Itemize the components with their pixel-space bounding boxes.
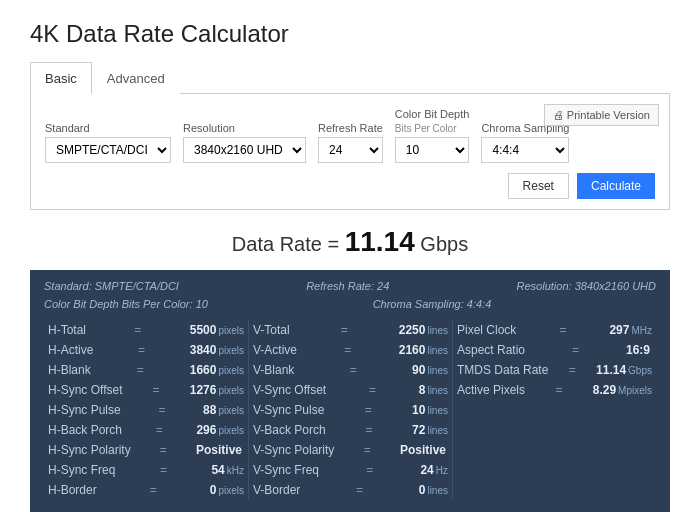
result-unit: Mpixels: [618, 385, 652, 396]
result-label: H-Sync Polarity: [48, 443, 131, 457]
result-label: H-Total: [48, 323, 86, 337]
result-value: 54: [211, 463, 224, 477]
result-unit: MHz: [631, 325, 652, 336]
result-value: Positive: [400, 443, 446, 457]
result-eq: =: [160, 443, 167, 457]
result-unit: lines: [427, 325, 448, 336]
result-unit: lines: [427, 385, 448, 396]
result-unit: lines: [427, 485, 448, 496]
result-value: 24: [420, 463, 433, 477]
printable-version-button[interactable]: 🖨 Printable Version: [544, 104, 659, 126]
result-row: H-Sync Offset=1276pixels: [48, 380, 244, 400]
result-eq: =: [156, 423, 163, 437]
color-bit-depth-sublabel: Bits Per Color: [395, 123, 470, 134]
tab-advanced[interactable]: Advanced: [92, 62, 180, 94]
result-row: V-Sync Polarity=Positive: [253, 440, 448, 460]
standard-label: Standard: [45, 122, 171, 134]
result-value: 1660: [190, 363, 217, 377]
result-row: V-Blank=90lines: [253, 360, 448, 380]
result-eq: =: [137, 363, 144, 377]
result-value: 296: [196, 423, 216, 437]
result-row: H-Border=0pixels: [48, 480, 244, 500]
resolution-select[interactable]: 3840x2160 UHD: [183, 137, 306, 163]
result-unit: pixels: [218, 485, 244, 496]
result-value: 0: [419, 483, 426, 497]
header-chroma: Chroma Sampling: 4:4:4: [373, 298, 492, 310]
v-timings-col: V-Total=2250linesV-Active=2160linesV-Bla…: [248, 320, 452, 500]
result-row: TMDS Data Rate=11.14Gbps: [457, 360, 652, 380]
result-row: V-Back Porch=72lines: [253, 420, 448, 440]
result-unit: pixels: [218, 325, 244, 336]
result-unit: pixels: [218, 425, 244, 436]
result-unit: kHz: [227, 465, 244, 476]
result-label: TMDS Data Rate: [457, 363, 548, 377]
result-eq: =: [572, 343, 579, 357]
calculator-panel: 🖨 Printable Version Standard SMPTE/CTA/D…: [30, 94, 670, 210]
result-label: V-Sync Polarity: [253, 443, 334, 457]
result-row: H-Sync Polarity=Positive: [48, 440, 244, 460]
result-value: 1276: [190, 383, 217, 397]
chroma-sampling-select[interactable]: 4:4:4: [481, 137, 569, 163]
result-value: 8: [419, 383, 426, 397]
result-label: V-Sync Offset: [253, 383, 326, 397]
result-row: V-Active=2160lines: [253, 340, 448, 360]
result-row: H-Active=3840pixels: [48, 340, 244, 360]
result-row: Active Pixels=8.29Mpixels: [457, 380, 652, 400]
result-eq: =: [341, 323, 348, 337]
result-row: H-Sync Pulse=88pixels: [48, 400, 244, 420]
tab-basic[interactable]: Basic: [30, 62, 92, 94]
result-label: H-Back Porch: [48, 423, 122, 437]
result-row: H-Blank=1660pixels: [48, 360, 244, 380]
result-row: V-Sync Freq=24Hz: [253, 460, 448, 480]
result-value: 2250: [399, 323, 426, 337]
result-label: Pixel Clock: [457, 323, 516, 337]
result-eq: =: [356, 483, 363, 497]
result-eq: =: [134, 323, 141, 337]
result-eq: =: [569, 363, 576, 377]
result-value: 88: [203, 403, 216, 417]
refresh-rate-select[interactable]: 24: [318, 137, 383, 163]
result-label: Aspect Ratio: [457, 343, 525, 357]
resolution-label: Resolution: [183, 122, 306, 134]
result-label: V-Border: [253, 483, 300, 497]
reset-button[interactable]: Reset: [508, 173, 569, 199]
result-row: Aspect Ratio=16:9: [457, 340, 652, 360]
result-eq: =: [365, 403, 372, 417]
header-refresh: Refresh Rate: 24: [306, 280, 389, 292]
result-eq: =: [366, 463, 373, 477]
standard-select[interactable]: SMPTE/CTA/DCI: [45, 137, 171, 163]
result-row: H-Back Porch=296pixels: [48, 420, 244, 440]
result-row: V-Border=0lines: [253, 480, 448, 500]
color-bit-depth-select[interactable]: 10: [395, 137, 470, 163]
result-unit: lines: [427, 365, 448, 376]
result-value: Positive: [196, 443, 242, 457]
result-label: H-Sync Pulse: [48, 403, 121, 417]
result-value: 8.29: [593, 383, 616, 397]
data-rate-display: Data Rate = 11.14 Gbps: [30, 210, 670, 270]
refresh-rate-label: Refresh Rate: [318, 122, 383, 134]
data-rate-value: 11.14: [345, 226, 415, 257]
result-eq: =: [138, 343, 145, 357]
result-label: V-Back Porch: [253, 423, 326, 437]
result-unit: lines: [427, 405, 448, 416]
header-color-depth: Color Bit Depth Bits Per Color: 10: [44, 298, 208, 310]
header-resolution: Resolution: 3840x2160 UHD: [517, 280, 656, 292]
result-value: 11.14: [596, 363, 626, 377]
calculate-button[interactable]: Calculate: [577, 173, 655, 199]
result-unit: pixels: [218, 385, 244, 396]
result-value: 10: [412, 403, 425, 417]
result-label: V-Blank: [253, 363, 294, 377]
result-label: H-Sync Offset: [48, 383, 122, 397]
result-label: H-Sync Freq: [48, 463, 115, 477]
result-eq: =: [160, 463, 167, 477]
result-label: V-Sync Freq: [253, 463, 319, 477]
result-value: 2160: [399, 343, 426, 357]
result-eq: =: [559, 323, 566, 337]
result-eq: =: [364, 443, 371, 457]
data-rate-unit: Gbps: [420, 233, 468, 255]
tab-bar: Basic Advanced: [30, 62, 670, 94]
result-value: 0: [210, 483, 217, 497]
result-row: H-Sync Freq=54kHz: [48, 460, 244, 480]
other-col: Pixel Clock=297MHzAspect Ratio=16:9TMDS …: [452, 320, 656, 500]
result-unit: lines: [427, 425, 448, 436]
